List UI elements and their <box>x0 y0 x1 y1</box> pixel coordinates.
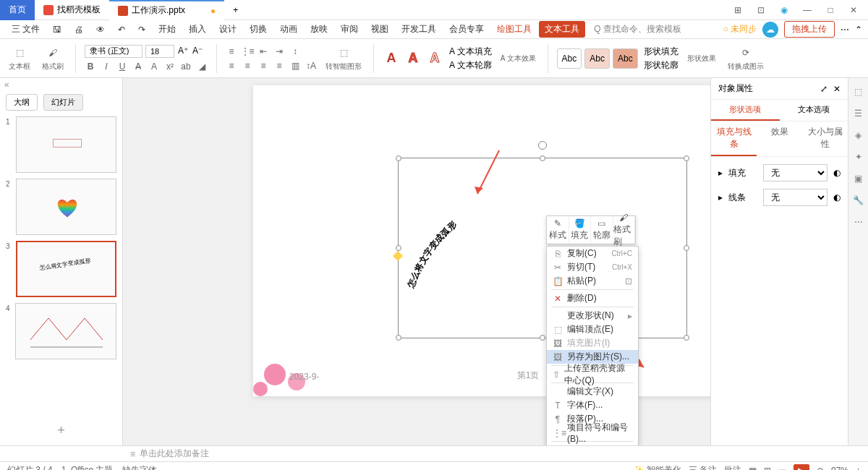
menu-review[interactable]: 审阅 <box>335 21 364 38</box>
effects-subtab[interactable]: 效果 <box>757 121 802 156</box>
ctx-edit-text[interactable]: 编辑文字(X) <box>547 385 638 398</box>
resize-handle-se[interactable] <box>684 335 689 341</box>
smart-beautify-button[interactable]: ✨ 智能美化 <box>633 464 681 470</box>
mini-style-button[interactable]: ✎样式 <box>547 216 569 244</box>
font-name-select[interactable] <box>85 45 142 58</box>
menu-animation[interactable]: 动画 <box>274 21 303 38</box>
shape-style-1[interactable]: Abc <box>557 48 582 69</box>
search-box[interactable]: Q 查找命令、搜索模板 <box>594 23 681 35</box>
highlight-button[interactable]: ab <box>180 61 192 72</box>
qat-undo-icon[interactable]: ↶ <box>112 22 131 37</box>
side-anim-icon[interactable]: ✦ <box>852 150 865 163</box>
wordart-gallery[interactable]: A A A <box>383 50 443 67</box>
fill-more-icon[interactable]: ◐ <box>833 168 841 178</box>
review-toggle[interactable]: 批注 <box>724 464 741 470</box>
view-sorter-icon[interactable]: ⊞ <box>764 466 771 471</box>
outline-tab[interactable]: 大纲 <box>6 94 38 111</box>
view-normal-icon[interactable]: ▦ <box>749 466 757 471</box>
thumbnail-3[interactable]: 怎么将文字变成弧形 <box>16 241 116 297</box>
menu-slideshow[interactable]: 放映 <box>305 21 333 38</box>
ctx-upload-resource[interactable]: ⇧上传至稻壳资源中心(Q) <box>547 367 638 381</box>
grid-icon[interactable]: ⊞ <box>729 3 746 17</box>
underline-button[interactable]: U <box>116 61 128 72</box>
menu-drawing[interactable]: 绘图工具 <box>491 21 537 38</box>
rotation-handle[interactable] <box>538 141 547 150</box>
menu-insert[interactable]: 插入 <box>183 21 212 38</box>
notes-toggle[interactable]: 三 备注 <box>689 464 717 470</box>
text-effects-button[interactable]: A 文本效果 <box>498 54 539 64</box>
align-center-button[interactable]: ≡ <box>242 60 253 72</box>
textbox-group[interactable]: ⬚ 文本框 <box>6 46 33 72</box>
apps-icon[interactable]: ⊡ <box>752 3 770 17</box>
bold-button[interactable]: B <box>85 61 96 72</box>
shape-effects-button[interactable]: 形状效果 <box>684 54 719 64</box>
add-slide-button[interactable]: + <box>0 416 122 445</box>
menu-devtools[interactable]: 开发工具 <box>396 21 442 38</box>
selected-textbox[interactable]: 怎么将文字变成弧形 <box>398 158 687 338</box>
align-right-button[interactable]: ≡ <box>258 60 269 72</box>
fill-line-subtab[interactable]: 填充与线条 <box>711 121 757 156</box>
resize-handle-n[interactable] <box>540 155 545 161</box>
more-icon[interactable]: ⋯ <box>841 25 849 35</box>
strike-button[interactable]: A̶ <box>132 61 144 72</box>
menu-texttools[interactable]: 文本工具 <box>539 21 585 38</box>
thumbnail-2[interactable] <box>16 179 116 235</box>
text-fill-button[interactable]: A 文本填充 <box>449 46 492 58</box>
expand-fill-icon[interactable]: ▸ <box>718 168 723 178</box>
new-tab-button[interactable]: + <box>224 0 247 20</box>
cloud-icon[interactable]: ☁ <box>762 22 778 38</box>
view-reading-icon[interactable]: ▭ <box>778 466 786 471</box>
slides-tab[interactable]: 幻灯片 <box>43 94 83 111</box>
ctx-bullets[interactable]: ⋮≡项目符号和编号(B)... <box>547 426 638 440</box>
shape-outline-button[interactable]: 形状轮廓 <box>644 59 678 72</box>
thumbnail-1[interactable] <box>16 116 116 173</box>
side-tool-icon[interactable]: 🔧 <box>852 194 865 207</box>
thumbnail-4[interactable] <box>15 303 116 359</box>
format-painter-group[interactable]: 🖌 格式刷 <box>39 46 67 72</box>
wordart-style-2[interactable]: A <box>404 50 422 67</box>
qat-preview-icon[interactable]: 👁 <box>90 22 111 37</box>
zoom-level[interactable]: 97% <box>831 466 848 471</box>
size-subtab[interactable]: 大小与属性 <box>802 121 848 156</box>
sync-status[interactable]: ○ 未同步 <box>723 23 757 35</box>
text-outline-button[interactable]: A 文本轮廓 <box>449 59 492 72</box>
text-options-tab[interactable]: 文本选项 <box>780 100 848 121</box>
close-button[interactable]: ✕ <box>845 3 862 17</box>
resize-handle-sw[interactable] <box>396 335 401 341</box>
upload-button[interactable]: 拖拽上传 <box>784 21 835 38</box>
ctx-paste[interactable]: 📋粘贴(P)⊡ <box>547 274 638 288</box>
mini-brush-button[interactable]: 🖌格式刷 <box>613 216 636 244</box>
minimize-button[interactable]: — <box>799 3 816 17</box>
slideshow-button[interactable]: ▶ <box>793 464 809 471</box>
collapse-ribbon-icon[interactable]: ⌃ <box>855 25 862 35</box>
side-clip-icon[interactable]: ▣ <box>852 172 865 185</box>
ctx-edit-points[interactable]: ⬚编辑顶点(E) <box>547 322 638 336</box>
mini-outline-button[interactable]: ▭轮廓 <box>591 216 613 244</box>
ctx-change-shape[interactable]: 更改形状(N)▸ <box>547 309 638 322</box>
home-tab[interactable]: 首页 <box>0 0 35 20</box>
menu-transition[interactable]: 切换 <box>244 21 273 38</box>
notes-bar[interactable]: ≡ 单击此处添加备注 <box>0 445 868 461</box>
shape-style-3[interactable]: Abc <box>613 48 638 69</box>
ctx-cut[interactable]: ✂剪切(T)Ctrl+X <box>547 260 638 274</box>
font-size-input[interactable] <box>145 45 174 58</box>
fill-select[interactable]: 无 <box>763 164 827 181</box>
ctx-copy[interactable]: ⎘复制(C)Ctrl+C <box>547 247 638 260</box>
canvas-area[interactable]: 怎么将文字变成弧形 2023-9- 第1页 3 ✎样式 🪣填充 ▭轮廓 🖌格式刷… <box>123 78 710 445</box>
wordart-style-3[interactable]: A <box>426 50 443 67</box>
columns-button[interactable]: ▥ <box>289 60 301 72</box>
menu-view[interactable]: 视图 <box>365 21 394 38</box>
user-icon[interactable]: ◉ <box>775 3 793 17</box>
resize-handle-e[interactable] <box>684 245 689 251</box>
indent-dec-button[interactable]: ⇤ <box>258 46 269 57</box>
font-color-button[interactable]: A <box>148 61 160 72</box>
linespacing-button[interactable]: ↕ <box>289 46 301 57</box>
zoom-in-button[interactable]: + <box>856 466 861 471</box>
decrease-font-icon[interactable]: A⁻ <box>192 45 203 56</box>
slide-canvas[interactable]: 怎么将文字变成弧形 2023-9- 第1页 3 <box>253 85 710 396</box>
side-more-icon[interactable]: ⋯ <box>852 215 865 228</box>
shape-fill-button[interactable]: 形状填充 <box>644 46 678 58</box>
props-close-icon[interactable]: ✕ <box>833 84 841 94</box>
resize-handle-w[interactable] <box>396 245 401 251</box>
missing-font-warning[interactable]: 缺失字体 <box>122 464 157 470</box>
